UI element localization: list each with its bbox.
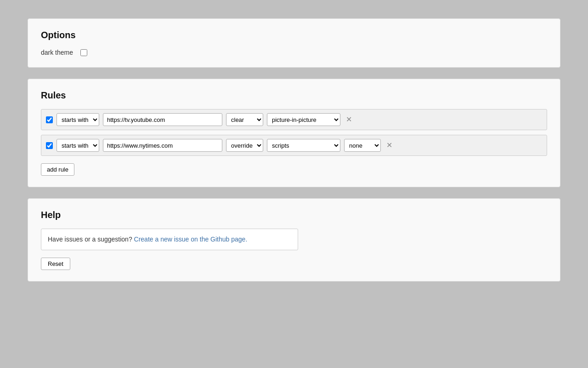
rules-title: Rules — [41, 90, 547, 101]
help-box: Have issues or a suggestion? Create a ne… — [41, 229, 298, 250]
dark-theme-label: dark theme — [41, 49, 73, 56]
dark-theme-row: dark theme — [41, 49, 547, 56]
rule-2-url-input[interactable] — [103, 139, 222, 152]
rule-1-action-select[interactable]: clear override — [226, 113, 263, 126]
rule-2-checkbox[interactable] — [46, 142, 53, 149]
rule-2-remove-button[interactable]: ✕ — [384, 142, 394, 149]
add-rule-button[interactable]: add rule — [41, 163, 74, 176]
help-text: Have issues or a suggestion? — [48, 236, 134, 243]
rules-card: Rules starts with contains matches clear… — [28, 79, 560, 187]
rule-2-feature-select[interactable]: picture-in-picture scripts none — [267, 139, 340, 152]
github-link[interactable]: Create a new issue on the Github page. — [134, 236, 248, 243]
rule-1-match-select[interactable]: starts with contains matches — [57, 113, 99, 126]
rule-1-url-input[interactable] — [103, 113, 222, 126]
help-title: Help — [41, 210, 547, 220]
help-card: Help Have issues or a suggestion? Create… — [28, 198, 560, 282]
options-card: Options dark theme — [28, 18, 560, 68]
rule-row-2: starts with contains matches clear overr… — [41, 135, 547, 156]
options-title: Options — [41, 30, 547, 40]
rule-2-match-select[interactable]: starts with contains matches — [57, 139, 99, 152]
rule-row-1: starts with contains matches clear overr… — [41, 109, 547, 130]
reset-button[interactable]: Reset — [41, 258, 70, 270]
rule-2-extra-select[interactable]: none allow block — [344, 139, 381, 152]
rule-1-feature-select[interactable]: picture-in-picture scripts none — [267, 113, 340, 126]
rule-1-checkbox[interactable] — [46, 116, 53, 123]
rule-2-action-select[interactable]: clear override — [226, 139, 263, 152]
dark-theme-checkbox[interactable] — [80, 49, 87, 56]
rule-1-remove-button[interactable]: ✕ — [344, 116, 354, 123]
